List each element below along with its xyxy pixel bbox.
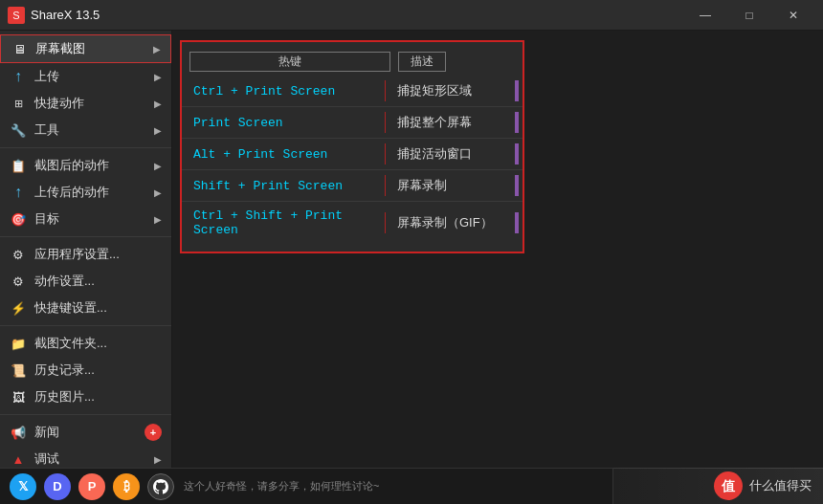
minimize-button[interactable]: — [683, 0, 727, 31]
arrow-icon: ▶ [154, 99, 162, 109]
hotkey-row-4[interactable]: Shift + Print Screen 屏幕录制 [182, 170, 523, 202]
sidebar-item-image-history[interactable]: 🖼 历史图片... [0, 383, 171, 410]
arrow-icon: ▶ [154, 214, 162, 225]
destinations-icon: 🎯 [10, 210, 27, 228]
arrow-icon: ▶ [154, 72, 162, 82]
sidebar-item-label: 上传 [34, 68, 59, 85]
sidebar-item-action-settings[interactable]: ⚙ 动作设置... [0, 268, 171, 295]
sidebar-item-history[interactable]: 📜 历史记录... [0, 357, 171, 383]
watermark-logo-icon: 值 [713, 471, 744, 501]
news-badge: + [145, 424, 162, 441]
sidebar-item-label: 快捷键设置... [34, 299, 107, 317]
sidebar-item-screenshot-folder[interactable]: 📁 截图文件夹... [0, 330, 171, 357]
hotkeys-panel: 热键 描述 Ctrl + Print Screen 捕捉矩形区域 Print S… [180, 40, 524, 253]
sidebar-item-upload[interactable]: ↑ 上传 ▶ [0, 63, 171, 90]
twitter-icon[interactable]: 𝕏 [10, 473, 36, 500]
separator [385, 80, 386, 101]
social-icons: 𝕏 D P ₿ [10, 473, 174, 500]
folder-icon: 📁 [10, 335, 27, 352]
sidebar-item-label: 动作设置... [34, 273, 95, 290]
indicator [515, 175, 519, 196]
hotkey-keys-4: Shift + Print Screen [182, 176, 383, 196]
hotkey-row-5[interactable]: Ctrl + Shift + Print Screen 屏幕录制（GIF） [182, 202, 523, 244]
content-area: 热键 描述 Ctrl + Print Screen 捕捉矩形区域 Print S… [172, 31, 823, 468]
bottom-text: 这个人好奇怪，请多分享，如何理性讨论~ [184, 479, 379, 493]
history-icon: 📜 [10, 362, 27, 379]
svg-text:值: 值 [721, 478, 736, 493]
sidebar-item-destinations[interactable]: 🎯 目标 ▶ [0, 206, 171, 232]
discord-icon[interactable]: D [44, 473, 71, 500]
sidebar-item-app-settings[interactable]: ⚙ 应用程序设置... [0, 241, 171, 268]
sidebar-item-label: 截图文件夹... [34, 335, 107, 352]
hotkey-desc-3: 捕捉活动窗口 [388, 142, 481, 165]
sidebar-item-quick-actions[interactable]: ⊞ 快捷动作 ▶ [0, 90, 171, 117]
sidebar-item-label: 历史记录... [34, 362, 95, 379]
svg-text:S: S [12, 10, 19, 21]
indicator [515, 143, 519, 164]
after-upload-icon: ↑ [10, 184, 27, 201]
sidebar-item-after-capture[interactable]: 📋 截图后的动作 ▶ [0, 152, 171, 179]
title-bar: S ShareX 13.5 — □ ✕ [0, 0, 823, 31]
hotkey-icon: ⚡ [10, 299, 27, 317]
separator [385, 212, 386, 233]
indicator [515, 80, 519, 101]
quick-actions-icon: ⊞ [10, 95, 27, 112]
main-container: 🖥 屏幕截图 ▶ ↑ 上传 ▶ ⊞ 快捷动作 ▶ 🔧 工具 ▶ 📋 截图后的动作… [0, 31, 823, 468]
bottom-bar: 𝕏 D P ₿ 这个人好奇怪，请多分享，如何理性讨论~ 值 什么值得买 [0, 468, 823, 504]
sidebar-item-label: 应用程序设置... [34, 246, 120, 263]
maximize-button[interactable]: □ [727, 0, 771, 31]
watermark-area: 值 什么值得买 [612, 468, 823, 504]
close-button[interactable]: ✕ [771, 0, 815, 31]
upload-icon: ↑ [10, 68, 27, 85]
hotkey-keys-1: Ctrl + Print Screen [182, 81, 383, 101]
divider [0, 325, 171, 326]
image-history-icon: 🖼 [10, 388, 27, 405]
github-icon[interactable] [147, 473, 174, 500]
sidebar-item-label: 快捷动作 [34, 95, 84, 112]
separator [385, 175, 386, 196]
divider [0, 236, 171, 237]
settings-icon: ⚙ [10, 246, 27, 263]
sidebar-item-news[interactable]: 📢 新闻 + [0, 419, 171, 446]
hotkey-desc-4: 屏幕录制 [388, 174, 456, 197]
bitcoin-icon[interactable]: ₿ [113, 473, 140, 500]
sidebar-item-label: 目标 [34, 210, 59, 228]
sidebar: 🖥 屏幕截图 ▶ ↑ 上传 ▶ ⊞ 快捷动作 ▶ 🔧 工具 ▶ 📋 截图后的动作… [0, 31, 172, 468]
sidebar-item-label: 工具 [34, 121, 59, 139]
arrow-icon: ▶ [154, 187, 162, 198]
divider [0, 414, 171, 415]
arrow-icon: ▶ [154, 161, 162, 171]
hotkey-keys-5: Ctrl + Shift + Print Screen [182, 206, 383, 240]
patreon-icon[interactable]: P [78, 473, 105, 500]
hotkey-row-1[interactable]: Ctrl + Print Screen 捕捉矩形区域 [182, 76, 523, 107]
divider [0, 147, 171, 148]
indicator [515, 212, 519, 233]
news-icon: 📢 [10, 424, 27, 441]
sidebar-item-label: 新闻 [34, 424, 59, 441]
sidebar-item-hotkey-settings[interactable]: ⚡ 快捷键设置... [0, 295, 171, 321]
sidebar-item-screen-capture[interactable]: 🖥 屏幕截图 ▶ [0, 34, 171, 63]
sidebar-item-label: 历史图片... [34, 388, 95, 405]
indicator [515, 112, 519, 133]
sidebar-item-tools[interactable]: 🔧 工具 ▶ [0, 117, 171, 143]
arrow-icon: ▶ [153, 44, 161, 55]
hotkey-column-header: 热键 [189, 52, 390, 72]
hotkey-row-2[interactable]: Print Screen 捕捉整个屏幕 [182, 107, 523, 139]
sidebar-item-label: 调试 [34, 450, 59, 468]
hotkey-desc-2: 捕捉整个屏幕 [388, 111, 481, 134]
sidebar-item-label: 截图后的动作 [34, 157, 109, 174]
action-settings-icon: ⚙ [10, 273, 27, 290]
window-controls: — □ ✕ [683, 0, 815, 31]
sidebar-item-after-upload[interactable]: ↑ 上传后的动作 ▶ [0, 179, 171, 206]
after-capture-icon: 📋 [10, 157, 27, 174]
arrow-icon: ▶ [154, 454, 162, 465]
tools-icon: 🔧 [10, 121, 27, 139]
separator [385, 143, 386, 164]
arrow-icon: ▶ [154, 125, 162, 136]
hotkey-row-3[interactable]: Alt + Print Screen 捕捉活动窗口 [182, 139, 523, 170]
debug-icon: ▲ [10, 450, 27, 468]
app-icon: S [8, 7, 25, 24]
panel-header: 热键 描述 [182, 50, 523, 76]
screen-capture-icon: 🖥 [11, 40, 28, 57]
hotkey-desc-1: 捕捉矩形区域 [388, 79, 481, 102]
